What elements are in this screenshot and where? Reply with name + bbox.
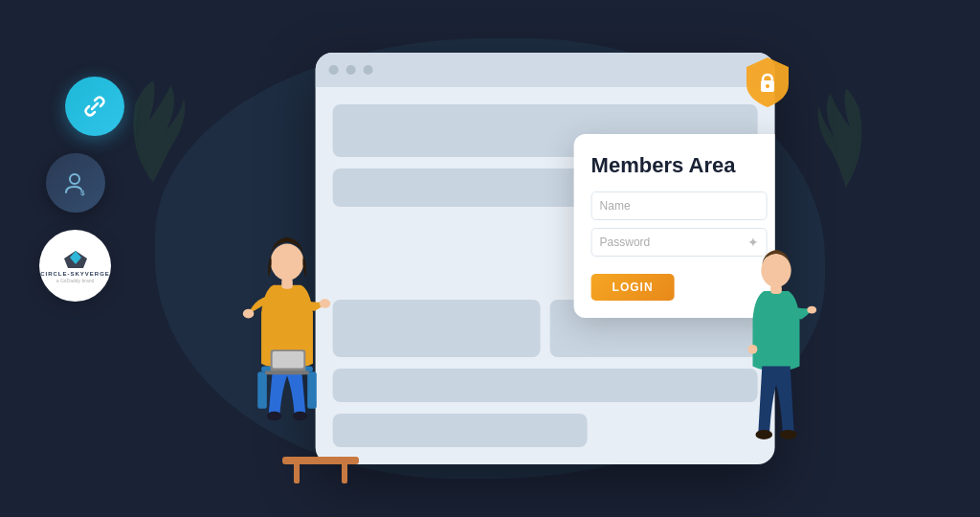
float-circle-skyverge: circle-skyverge a GoDaddy brand [39, 230, 111, 302]
svg-point-21 [780, 430, 797, 439]
skyverge-logo-mark [60, 249, 91, 270]
man-figure [733, 244, 819, 483]
svg-point-7 [320, 299, 331, 308]
user-dollar-icon: $ [62, 169, 89, 196]
svg-text:$: $ [80, 189, 85, 196]
name-input-label: Name [600, 199, 631, 213]
float-circles-container: $ circle-skyverge a GoDaddy brand [46, 77, 124, 302]
browser-placeholder-row-3 [333, 300, 541, 357]
browser-dot-1 [329, 65, 339, 75]
login-button[interactable]: LOGIN [591, 274, 675, 301]
svg-rect-17 [770, 284, 782, 294]
svg-point-9 [293, 412, 307, 421]
link-icon [80, 92, 109, 121]
svg-rect-12 [307, 371, 317, 409]
skyverge-sub-text: a GoDaddy brand [56, 278, 94, 283]
leaf-decoration-right [808, 86, 884, 191]
float-circle-link [65, 77, 124, 136]
browser-placeholder-row-5 [333, 369, 758, 402]
browser-placeholder-row-6 [333, 414, 588, 447]
svg-point-2 [70, 174, 79, 184]
skyverge-logo: circle-skyverge a GoDaddy brand [40, 249, 110, 283]
browser-dot-3 [364, 65, 373, 75]
float-circle-user: $ [46, 153, 105, 213]
svg-point-1 [766, 84, 769, 88]
leaf-decoration-left [115, 77, 191, 191]
svg-point-16 [761, 254, 791, 287]
password-input-label: Password [600, 236, 651, 249]
svg-rect-11 [257, 371, 267, 409]
lock-shield-badge [743, 56, 792, 105]
svg-rect-14 [273, 351, 304, 368]
svg-point-18 [748, 345, 758, 354]
login-card-title: Members Area [591, 153, 768, 178]
svg-point-4 [271, 243, 304, 281]
browser-dot-2 [346, 65, 356, 75]
woman-figure [220, 230, 354, 479]
name-input-field[interactable]: Name [591, 191, 768, 220]
svg-point-8 [267, 412, 281, 421]
browser-window: Members Area Name Password ✦ LOGIN [316, 53, 775, 464]
skyverge-brand-text: circle-skyverge [40, 271, 110, 277]
svg-point-20 [755, 430, 772, 439]
svg-rect-5 [281, 278, 293, 289]
svg-point-19 [807, 306, 816, 314]
svg-point-6 [243, 309, 255, 319]
browser-topbar [316, 53, 775, 87]
svg-rect-15 [265, 371, 309, 374]
